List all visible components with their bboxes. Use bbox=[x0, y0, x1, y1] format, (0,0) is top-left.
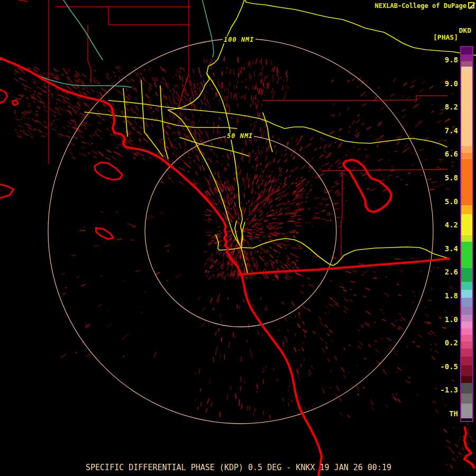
colorbar-segment bbox=[461, 315, 472, 322]
colorbar-segment bbox=[461, 268, 472, 282]
colorbar-segment bbox=[461, 393, 472, 404]
colorbar-tick-label: 9.8 bbox=[445, 56, 458, 64]
colorbar-segment bbox=[461, 298, 472, 307]
colorbar-tick-label: 1.0 bbox=[445, 315, 458, 324]
radar-map bbox=[0, 0, 476, 476]
colorbar-segment bbox=[461, 282, 472, 290]
colorbar-tick-label: 5.0 bbox=[445, 197, 458, 206]
colorbar-segment bbox=[461, 61, 472, 67]
roads bbox=[85, 0, 476, 273]
product-code: DKD bbox=[459, 26, 471, 34]
colorbar-segment bbox=[461, 349, 472, 356]
colorbar-tick-label: 4.2 bbox=[445, 221, 458, 229]
colorbar-segment bbox=[461, 356, 472, 365]
colorbar-segment bbox=[461, 342, 472, 349]
colorbar-segment bbox=[461, 71, 472, 146]
colorbar-segment bbox=[461, 67, 472, 71]
colorbar-segment bbox=[461, 307, 472, 315]
teal-roads bbox=[0, 0, 214, 87]
colorbar-tick-label: 9.0 bbox=[445, 79, 458, 88]
colorbar-segment bbox=[461, 328, 472, 335]
colorbar-tick-label: 2.6 bbox=[445, 268, 458, 276]
radar-display: NEXLAB-College of DuPage DKD [PHAS] 9.89… bbox=[0, 0, 476, 476]
colorbar-segment bbox=[461, 335, 472, 342]
colorbar bbox=[460, 46, 473, 422]
caption: SPECIFIC DIFFERENTIAL PHASE (KDP) 0.5 DE… bbox=[86, 463, 391, 472]
range-ring-label-100nmi: 100 NMI bbox=[223, 36, 255, 43]
colorbar-tick-label: -1.3 bbox=[440, 386, 458, 394]
colorbar-tick-label: 8.2 bbox=[445, 103, 458, 111]
colorbar-segment bbox=[461, 214, 472, 235]
colorbar-tick-label: 3.4 bbox=[445, 244, 458, 253]
colorbar-segment bbox=[461, 54, 472, 61]
islands-lakes bbox=[0, 89, 122, 239]
colorbar-segment bbox=[461, 290, 472, 298]
colorbar-segment bbox=[461, 404, 472, 418]
colorbar-tick-label: 7.4 bbox=[445, 126, 458, 135]
colorbar-segment bbox=[461, 153, 472, 159]
colorbar-tick-label: 6.6 bbox=[445, 150, 458, 158]
product-units: [PHAS] bbox=[433, 33, 458, 41]
colorbar-segment bbox=[461, 365, 472, 376]
page-title: NEXLAB-College of DuPage bbox=[375, 2, 466, 10]
colorbar-tick-label: 0.2 bbox=[445, 338, 458, 347]
colorbar-segment bbox=[461, 159, 472, 205]
colorbar-segment bbox=[461, 242, 472, 268]
range-ring-label-50nmi: 50 NMI bbox=[226, 133, 254, 140]
colorbar-tick-label: -0.5 bbox=[440, 362, 458, 371]
colorbar-segment bbox=[461, 322, 472, 328]
colorbar-tick-label: 1.8 bbox=[445, 291, 458, 300]
colorbar-segment bbox=[461, 47, 472, 54]
colorbar-tick-label: TH bbox=[449, 409, 458, 418]
colorbar-segment bbox=[461, 146, 472, 153]
college-of-dupage-logo-icon bbox=[468, 2, 474, 8]
colorbar-segment bbox=[461, 235, 472, 242]
colorbar-segment bbox=[461, 383, 472, 393]
colorbar-segment bbox=[461, 205, 472, 214]
colorbar-segment bbox=[461, 376, 472, 383]
colorbar-tick-label: 5.8 bbox=[445, 173, 458, 182]
colorbar-segment bbox=[461, 418, 472, 421]
